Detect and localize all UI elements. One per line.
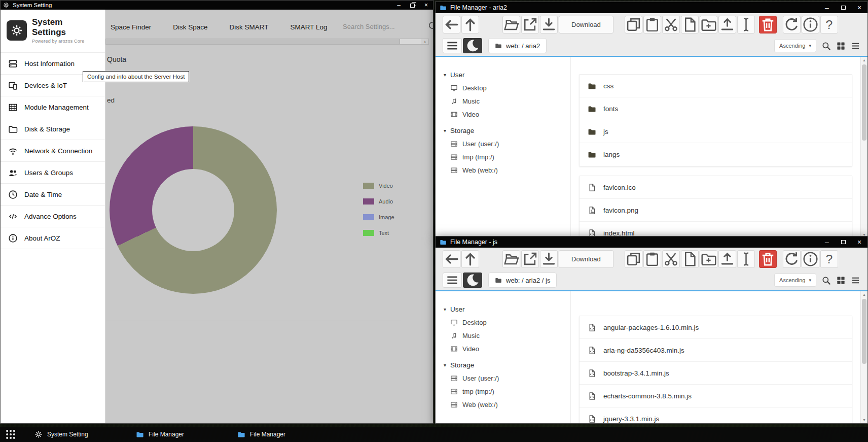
back-button[interactable] — [443, 250, 460, 268]
rename-button[interactable] — [737, 250, 755, 268]
horizontal-scrollbar[interactable]: › — [105, 39, 429, 45]
new-file-button[interactable] — [681, 16, 699, 33]
up-button[interactable] — [461, 16, 479, 33]
new-folder-button[interactable] — [700, 250, 717, 268]
file-manager-titlebar[interactable]: File Manager - js – × — [436, 236, 867, 248]
upload-button[interactable] — [718, 250, 736, 268]
sort-order-select[interactable]: Ascending▾ — [774, 39, 816, 52]
menu-button[interactable] — [443, 273, 462, 288]
tree-item[interactable]: tmp (tmp:/) — [444, 150, 570, 163]
new-folder-button[interactable] — [700, 16, 717, 33]
circle-icon[interactable] — [428, 21, 433, 30]
download-icon-button[interactable] — [540, 16, 558, 33]
grid-view-icon[interactable] — [836, 276, 846, 285]
vertical-scrollbar[interactable]: ▲▼ — [860, 291, 867, 423]
list-view-icon[interactable] — [851, 41, 860, 51]
download-icon-button[interactable] — [540, 250, 558, 268]
sort-order-select[interactable]: Ascending▾ — [774, 274, 816, 287]
file-row[interactable]: aria-ng-da5356c403.min.js — [580, 339, 852, 362]
copy-button[interactable] — [625, 250, 642, 268]
minimize-button[interactable]: – — [392, 1, 406, 10]
settings-tab[interactable]: Space Finder — [111, 23, 151, 31]
cut-button[interactable] — [662, 16, 680, 33]
taskbar-item[interactable]: File Manager — [237, 430, 339, 438]
apps-grid-icon[interactable] — [5, 429, 16, 440]
system-setting-titlebar[interactable]: System Setting – × — [1, 1, 433, 10]
scrollbar-thumb[interactable] — [862, 299, 866, 364]
tree-item[interactable]: tmp (tmp:/) — [444, 385, 570, 398]
sidebar-item[interactable]: Users & Groups — [1, 162, 105, 184]
restore-button[interactable] — [406, 1, 419, 10]
scroll-up-icon[interactable]: ▲ — [862, 58, 866, 62]
sidebar-item[interactable]: Date & Time — [1, 184, 105, 206]
tree-group-user[interactable]: ▾User — [444, 68, 570, 81]
minimize-button[interactable]: – — [819, 236, 835, 248]
tree-item[interactable]: Music — [444, 94, 570, 108]
dark-mode-button[interactable] — [463, 273, 482, 288]
up-button[interactable] — [461, 250, 479, 268]
help-button[interactable]: ? — [820, 16, 838, 33]
close-button[interactable]: × — [851, 2, 867, 13]
file-row[interactable]: echarts-common-3.8.5.min.js — [580, 385, 852, 407]
sidebar-item[interactable]: Disk & Storage — [1, 118, 105, 140]
taskbar-item[interactable]: File Manager — [136, 430, 237, 438]
vertical-scrollbar[interactable]: ▲▼ — [860, 57, 867, 238]
paste-button[interactable] — [643, 16, 661, 33]
file-row[interactable]: js — [580, 120, 852, 143]
maximize-button[interactable] — [835, 2, 851, 13]
sidebar-item[interactable]: Module Management — [1, 96, 105, 118]
download-button[interactable]: Download — [559, 250, 613, 268]
copy-button[interactable] — [625, 16, 642, 33]
help-button[interactable]: ? — [820, 250, 838, 268]
close-button[interactable]: × — [851, 236, 867, 248]
settings-search-input[interactable] — [343, 20, 400, 33]
refresh-button[interactable] — [783, 16, 801, 33]
tree-item[interactable]: Web (web:/) — [444, 163, 570, 177]
sidebar-item[interactable]: Advance Options — [1, 206, 105, 227]
tree-group-storage[interactable]: ▾Storage — [444, 124, 570, 137]
scroll-down-icon[interactable]: ▼ — [862, 418, 866, 422]
settings-tab[interactable]: Disk Space — [173, 23, 207, 31]
file-manager-titlebar[interactable]: File Manager - aria2 – × — [436, 2, 867, 13]
tree-item[interactable]: User (user:/) — [444, 137, 570, 150]
file-row[interactable]: fonts — [580, 97, 852, 120]
delete-button[interactable] — [759, 16, 777, 33]
sidebar-item[interactable]: About ArOZ — [1, 227, 105, 249]
tree-item[interactable]: Music — [444, 329, 570, 342]
minimize-button[interactable]: – — [819, 2, 835, 13]
tree-item[interactable]: User (user:/) — [444, 371, 570, 385]
breadcrumb[interactable]: web: / aria2 — [488, 38, 547, 53]
file-row[interactable]: favicon.ico — [580, 176, 852, 199]
file-row[interactable]: angular-packages-1.6.10.min.js — [580, 316, 852, 339]
file-row[interactable]: langs — [580, 143, 852, 166]
paste-button[interactable] — [643, 250, 661, 268]
breadcrumb[interactable]: web: / aria2 / js — [488, 273, 557, 288]
tree-item[interactable]: Desktop — [444, 81, 570, 94]
refresh-button[interactable] — [783, 250, 801, 268]
file-row[interactable]: bootstrap-3.4.1.min.js — [580, 362, 852, 385]
scrollbar-thumb[interactable] — [862, 64, 866, 141]
rename-button[interactable] — [737, 16, 755, 33]
download-button[interactable]: Download — [559, 16, 613, 33]
sidebar-item[interactable]: Network & Connection — [1, 140, 105, 162]
tree-item[interactable]: Desktop — [444, 316, 570, 329]
tree-item[interactable]: Video — [444, 342, 570, 355]
tree-item[interactable]: Video — [444, 108, 570, 121]
info-button[interactable] — [802, 16, 819, 33]
file-row[interactable]: css — [580, 75, 852, 97]
open-folder-button[interactable] — [502, 250, 520, 268]
info-button[interactable] — [802, 250, 819, 268]
settings-tab[interactable]: Disk SMART — [230, 23, 269, 31]
grid-view-icon[interactable] — [836, 41, 846, 51]
new-file-button[interactable] — [681, 250, 699, 268]
upload-button[interactable] — [718, 16, 736, 33]
search-icon[interactable] — [821, 41, 831, 51]
scroll-right-arrow-icon[interactable]: › — [421, 39, 428, 44]
tree-group-user[interactable]: ▾User — [444, 302, 570, 316]
file-row[interactable]: favicon.png — [580, 199, 852, 222]
back-button[interactable] — [443, 16, 460, 33]
list-view-icon[interactable] — [851, 276, 860, 285]
scroll-up-icon[interactable]: ▲ — [862, 293, 866, 296]
scrollbar-thumb[interactable] — [106, 39, 400, 44]
tree-item[interactable]: Web (web:/) — [444, 398, 570, 411]
